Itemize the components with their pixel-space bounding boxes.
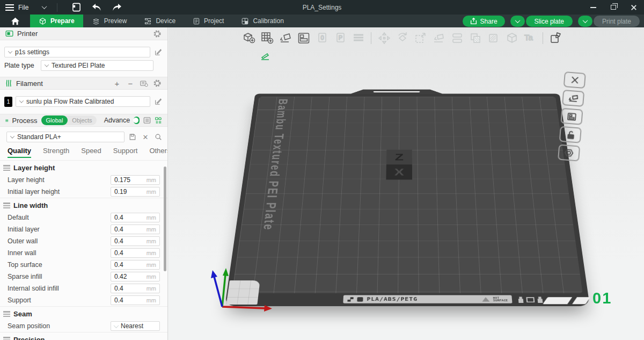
svg-text:0: 0 — [320, 34, 324, 41]
seam-position-select[interactable]: Nearest — [111, 321, 160, 331]
printer-preset-select[interactable]: p1s settings — [4, 47, 150, 57]
tab-support[interactable]: Support — [113, 147, 138, 158]
filament-preset-select[interactable]: sunlu pla Flow Rate Calibrated — [16, 96, 150, 107]
line-width-support-input[interactable]: 0.4mm — [111, 295, 160, 305]
delete-plate-button[interactable] — [564, 71, 586, 89]
redo-button[interactable] — [109, 2, 125, 13]
assembly-view-icon[interactable] — [548, 31, 563, 46]
compare-presets-icon[interactable] — [155, 115, 162, 125]
auto-orient-icon[interactable] — [278, 31, 292, 46]
process-preset-select[interactable]: Standard PLA+ — [6, 132, 125, 142]
tab-preview[interactable]: Preview — [83, 15, 136, 27]
scale-icon — [413, 31, 428, 46]
global-objects-toggle[interactable]: Global Objects — [41, 115, 97, 125]
home-button[interactable] — [0, 15, 30, 27]
line-width-internal-solid-input[interactable]: 0.4mm — [111, 284, 160, 293]
parameter-list: Layer height Layer height 0.175mm Initia… — [0, 160, 167, 337]
plate-handle-slot — [374, 91, 420, 92]
edit-plate-name-icon[interactable] — [260, 52, 270, 62]
print-plate-button[interactable]: Print plate — [594, 16, 640, 27]
line-width-icon — [3, 202, 10, 208]
line-width-top-surface-input[interactable]: 0.4mm — [111, 260, 160, 270]
close-button[interactable] — [624, 0, 644, 15]
restore-icon — [611, 5, 616, 10]
line-width-initial-layer-input[interactable]: 0.4mm — [111, 225, 160, 234]
param-row: Initial layer height 0.19mm — [0, 186, 167, 198]
tab-quality[interactable]: Quality — [8, 147, 31, 158]
param-row: Seam position Nearest — [0, 320, 167, 332]
add-plate-icon[interactable] — [260, 31, 274, 46]
tab-speed[interactable]: Speed — [81, 147, 101, 158]
split-to-objects-icon — [450, 31, 464, 46]
sidebar-scrollbar[interactable] — [164, 167, 166, 271]
plate-mark-x: X — [386, 164, 412, 179]
restore-button[interactable] — [603, 0, 624, 15]
print-options-button[interactable] — [578, 16, 592, 27]
tab-prepare[interactable]: Prepare — [30, 15, 83, 27]
file-menu-chevron-icon[interactable] — [42, 4, 47, 9]
plate-type-logo-icon — [357, 297, 363, 301]
group-layer-height: Layer height — [0, 160, 167, 174]
objects-segment[interactable]: Objects — [68, 117, 96, 124]
add-filament-button[interactable]: + — [112, 78, 122, 88]
edit-printer-preset-icon[interactable] — [153, 47, 163, 57]
tab-calibration[interactable]: Calibration — [232, 15, 292, 27]
arrange-plate-button[interactable] — [560, 108, 583, 125]
plate-fastener-icons — [518, 297, 543, 303]
edit-filament-preset-icon[interactable] — [153, 97, 163, 106]
initial-layer-height-input[interactable]: 0.19mm — [111, 187, 160, 197]
plate-type-select[interactable]: Textured PEI Plate — [41, 60, 153, 71]
save-preset-icon[interactable] — [128, 132, 137, 142]
rotate-icon — [395, 31, 409, 46]
plate-type-label: Plate type — [4, 62, 38, 69]
delete-preset-icon[interactable]: ✕ — [141, 132, 150, 142]
printer-settings-gear-icon[interactable] — [152, 29, 162, 39]
search-preset-icon[interactable] — [153, 132, 163, 142]
param-row: Layer height 0.175mm — [0, 174, 167, 186]
parameter-table-icon[interactable] — [143, 115, 151, 125]
plate-type-row: Plate type Textured PEI Plate — [0, 60, 167, 71]
share-button[interactable]: Share — [463, 16, 505, 27]
line-width-inner-wall-input[interactable]: 0.4mm — [111, 248, 160, 258]
chevron-down-icon — [45, 62, 49, 67]
global-segment[interactable]: Global — [41, 115, 68, 125]
minimize-button[interactable] — [583, 0, 603, 15]
tab-project[interactable]: Project — [184, 15, 232, 27]
settings-sidebar: Printer p1s settings Plate type Textured… — [0, 27, 168, 340]
process-icon — [5, 117, 9, 124]
slice-options-button[interactable] — [510, 16, 525, 27]
filament-settings-gear-icon[interactable] — [152, 78, 162, 88]
param-row: Default 0.4mm — [0, 212, 167, 223]
plate-settings-button[interactable] — [558, 144, 580, 162]
line-width-sparse-infill-input[interactable]: 0.42mm — [111, 272, 160, 281]
tab-device[interactable]: Device — [135, 15, 184, 27]
plate-number[interactable]: 01 — [592, 290, 612, 307]
build-plate[interactable]: Bambu Textured PEI Plate Z X PLA/ABS/PET… — [225, 94, 590, 306]
add-object-icon[interactable] — [241, 31, 256, 46]
flush-volumes-icon[interactable] — [139, 78, 149, 88]
group-line-width: Line width — [0, 198, 167, 212]
3d-viewport[interactable]: 0 P Ta Bambu Textured PEI Plate Z X PLA/… — [169, 27, 644, 340]
printer-icon — [5, 30, 13, 37]
save-project-button[interactable] — [68, 2, 84, 13]
menu-icon[interactable] — [5, 4, 14, 11]
line-width-default-input[interactable]: 0.4mm — [111, 213, 160, 222]
lock-plate-button[interactable] — [559, 126, 582, 143]
advance-toggle[interactable] — [134, 117, 140, 124]
move-icon — [377, 31, 391, 46]
file-menu[interactable]: File — [18, 4, 28, 11]
slice-plate-button[interactable]: Slice plate — [526, 16, 573, 27]
text-tool-icon: Ta — [523, 31, 537, 46]
tab-others[interactable]: Others — [149, 147, 168, 158]
undo-button[interactable] — [89, 2, 105, 13]
orient-plate-button[interactable] — [562, 90, 584, 107]
plate-center-marks: Z X — [386, 150, 412, 180]
layer-height-input[interactable]: 0.175mm — [111, 175, 160, 185]
filament-row: 1 sunlu pla Flow Rate Calibrated — [0, 96, 167, 107]
param-row: Inner wall 0.4mm — [0, 247, 167, 259]
remove-filament-button[interactable]: − — [126, 78, 135, 88]
arrange-icon[interactable] — [296, 31, 311, 46]
tab-strength[interactable]: Strength — [43, 147, 69, 158]
variable-layer-height-icon — [351, 31, 365, 46]
line-width-outer-wall-input[interactable]: 0.4mm — [111, 236, 160, 246]
